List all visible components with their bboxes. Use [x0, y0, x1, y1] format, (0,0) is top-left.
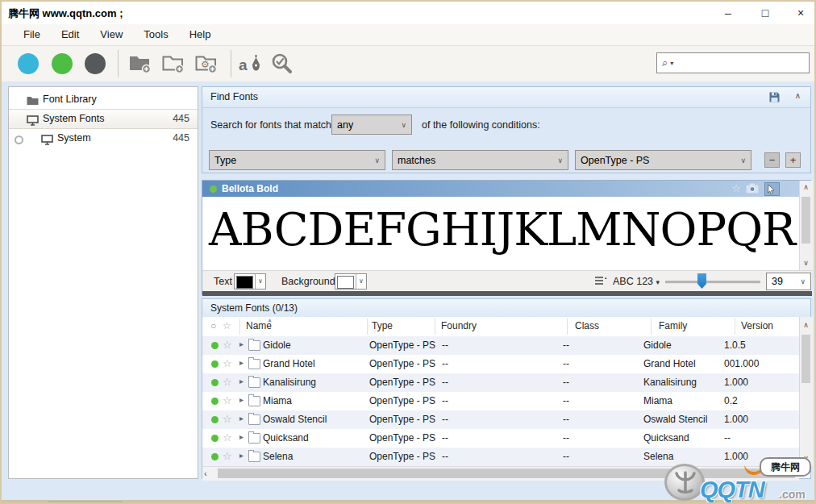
- favorite-star-icon[interactable]: ☆: [223, 394, 232, 406]
- cell-type: OpenType - PS: [369, 432, 435, 444]
- cell-type: OpenType - PS: [369, 451, 435, 462]
- favorite-star-icon[interactable]: ☆: [731, 182, 741, 194]
- green-filter-circle-icon[interactable]: [52, 53, 73, 74]
- case-mode-dropdown[interactable]: ABC 123 ▾: [613, 276, 660, 287]
- cell-type: OpenType - PS: [369, 414, 435, 425]
- table-scrollbar[interactable]: ∧ ∨: [799, 317, 813, 466]
- table-row[interactable]: ☆▸MiamaOpenType - PS----Miama0.2: [202, 392, 799, 410]
- favorite-star-icon[interactable]: ☆: [223, 413, 232, 425]
- save-search-icon[interactable]: [769, 91, 780, 106]
- add-condition-button[interactable]: +: [785, 152, 801, 168]
- gray-filter-circle-icon[interactable]: [85, 53, 106, 74]
- condition-operator-select[interactable]: matches ∨: [392, 150, 568, 170]
- qqtn-tld-text: .com: [779, 488, 806, 501]
- favorite-star-icon[interactable]: ☆: [223, 450, 232, 462]
- expand-caret-icon[interactable]: ▸: [239, 358, 244, 367]
- pointer-mode-icon[interactable]: [764, 182, 780, 196]
- font-status-dot: [210, 185, 217, 193]
- cell-name: Miama: [263, 395, 292, 406]
- column-foundry[interactable]: Foundry: [441, 320, 477, 331]
- column-version[interactable]: Version: [741, 320, 773, 331]
- menu-help[interactable]: Help: [179, 24, 222, 45]
- font-table-body: ☆▸GidoleOpenType - PS----Gidole1.0.5☆▸Gr…: [202, 336, 799, 466]
- menu-tools[interactable]: Tools: [133, 24, 178, 45]
- smart-folder-icon[interactable]: ⚙: [195, 53, 218, 77]
- table-row[interactable]: ☆▸GidoleOpenType - PS----Gidole1.0.5: [202, 336, 799, 355]
- cell-name: Oswald Stencil: [263, 414, 327, 425]
- sample-lines-icon[interactable]: [594, 275, 607, 290]
- font-creator-icon[interactable]: a: [239, 55, 261, 74]
- expand-caret-icon[interactable]: ▸: [239, 377, 244, 385]
- folder-icon: [248, 433, 260, 444]
- cell-type: OpenType - PS: [369, 377, 435, 388]
- menu-file[interactable]: File: [13, 24, 51, 45]
- snapshot-camera-icon[interactable]: [746, 183, 759, 196]
- new-folder-icon[interactable]: [162, 53, 185, 77]
- cell-class: --: [563, 339, 569, 351]
- preview-scrollbar[interactable]: ∧ ∨: [799, 181, 813, 270]
- table-row[interactable]: ☆▸KanalisirungOpenType - PS----Kanalisir…: [202, 373, 799, 392]
- text-color-select[interactable]: ∨: [234, 273, 266, 289]
- favorite-column-icon[interactable]: ☆: [223, 320, 231, 331]
- table-row[interactable]: ☆▸Grand HotelOpenType - PS----Grand Hote…: [202, 355, 799, 373]
- chevron-down-icon: ∨: [740, 156, 746, 165]
- scrollbar-thumb[interactable]: [801, 335, 810, 383]
- table-row[interactable]: ☆▸Oswald StencilOpenType - PS----Oswald …: [202, 410, 799, 429]
- font-size-select[interactable]: 39 ∨: [766, 273, 811, 290]
- close-button[interactable]: ×: [790, 5, 811, 21]
- condition-value-select[interactable]: OpenType - PS ∨: [575, 150, 751, 170]
- add-folder-icon[interactable]: [129, 53, 152, 77]
- expand-caret-icon[interactable]: ▸: [239, 432, 244, 441]
- search-input[interactable]: [677, 54, 809, 72]
- column-class[interactable]: Class: [575, 320, 599, 331]
- menu-edit[interactable]: Edit: [51, 24, 90, 45]
- menu-view[interactable]: View: [90, 24, 133, 45]
- validate-search-icon[interactable]: [271, 53, 294, 78]
- maximize-button[interactable]: □: [755, 5, 776, 21]
- expand-caret-icon[interactable]: ▸: [239, 451, 244, 460]
- cell-family: Grand Hotel: [643, 358, 696, 369]
- minimize-button[interactable]: –: [718, 5, 739, 21]
- favorite-star-icon[interactable]: ☆: [223, 431, 232, 444]
- remove-condition-button[interactable]: −: [764, 152, 780, 168]
- favorite-star-icon[interactable]: ☆: [223, 339, 232, 351]
- match-mode-select[interactable]: any ∨: [331, 115, 412, 135]
- column-family[interactable]: Family: [659, 320, 687, 331]
- cell-name: Selena: [263, 451, 293, 462]
- chevron-down-icon: ∨: [800, 277, 806, 285]
- background-color-label: Background: [281, 276, 335, 287]
- folder-icon: [248, 340, 260, 351]
- font-list-panel: System Fonts (0/13) ○ ☆ Name ▲ Type Foun…: [202, 298, 811, 479]
- sidebar-item-font-library[interactable]: Font Library: [9, 90, 198, 109]
- collapse-panel-icon[interactable]: ∧: [795, 91, 801, 100]
- column-type[interactable]: Type: [372, 320, 393, 331]
- cell-foundry: --: [442, 339, 448, 351]
- status-column-icon[interactable]: ○: [210, 320, 216, 331]
- font-preview-panel: Bellota Bold ☆ ABCDEFGHIJKLMNOPQRST... ∧…: [202, 180, 811, 295]
- cell-foundry: --: [442, 377, 448, 388]
- panel-splitter[interactable]: [202, 291, 812, 296]
- table-row[interactable]: ☆▸QuicksandOpenType - PS----Quicksand--: [202, 429, 799, 448]
- background-color-select[interactable]: ∨: [335, 273, 367, 289]
- expand-caret-icon[interactable]: ▸: [239, 395, 244, 404]
- item-count: 445: [173, 129, 189, 148]
- favorite-star-icon[interactable]: ☆: [223, 357, 232, 369]
- size-slider-thumb[interactable]: [697, 273, 706, 289]
- scroll-left-icon[interactable]: ‹: [204, 469, 207, 478]
- preview-controls: Text ∨ Background ∨ ABC 123 ▾ 39 ∨: [202, 270, 812, 292]
- condition-field-select[interactable]: Type ∨: [209, 150, 385, 170]
- scroll-up-icon[interactable]: ∧: [800, 321, 812, 329]
- collapse-panel-icon[interactable]: ∧: [800, 183, 812, 191]
- sidebar-item-system-fonts[interactable]: System Fonts 445: [9, 109, 198, 129]
- search-scope-dropdown-icon[interactable]: ▾: [670, 60, 673, 67]
- favorite-star-icon[interactable]: ☆: [223, 376, 232, 388]
- expand-caret-icon[interactable]: ▸: [239, 339, 244, 348]
- cyan-filter-circle-icon[interactable]: [18, 53, 39, 74]
- sidebar-item-system[interactable]: System 445: [9, 129, 198, 148]
- scrollbar-thumb[interactable]: [801, 197, 810, 244]
- expand-caret-icon[interactable]: ▸: [239, 414, 244, 423]
- size-slider-track[interactable]: [665, 281, 760, 284]
- cell-name: Gidole: [263, 339, 291, 351]
- cell-family: Gidole: [643, 339, 672, 351]
- scroll-down-icon[interactable]: ∨: [800, 259, 812, 267]
